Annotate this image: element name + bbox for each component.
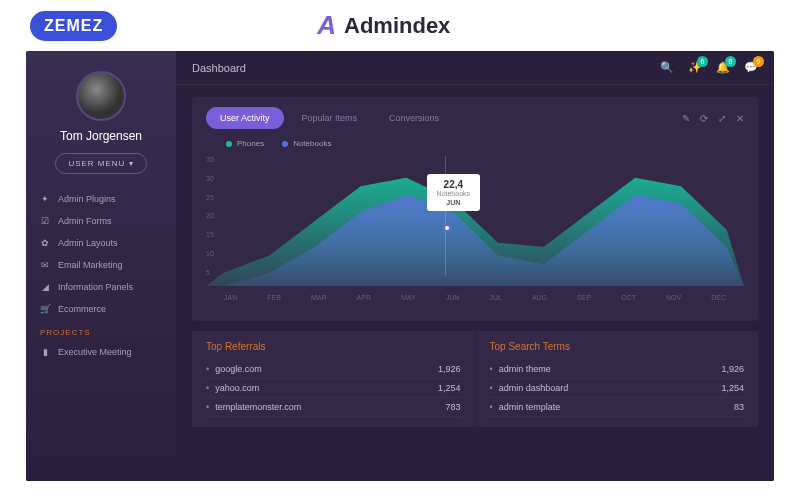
nav-label: Admin Layouts bbox=[58, 238, 118, 248]
y-tick: 20 bbox=[206, 212, 214, 219]
legend-item: Notebooks bbox=[282, 139, 331, 148]
nav-icon: ✦ bbox=[40, 194, 50, 204]
x-tick: JAN bbox=[224, 294, 237, 301]
chat-icon[interactable]: 💬9 bbox=[744, 61, 758, 74]
row-name: •admin dashboard bbox=[490, 383, 569, 393]
avatar[interactable] bbox=[76, 71, 126, 121]
refresh-icon[interactable]: ⟳ bbox=[700, 113, 708, 124]
wand-icon[interactable]: ✨6 bbox=[688, 61, 702, 74]
topbar: Dashboard 🔍 ✨6 🔔8 💬9 bbox=[176, 51, 774, 85]
expand-icon[interactable]: ⤢ bbox=[718, 113, 726, 124]
sidebar-item[interactable]: ✉Email Marketing bbox=[26, 254, 176, 276]
project-label: Executive Meeting bbox=[58, 347, 132, 357]
row-name: •templatemonster.com bbox=[206, 402, 301, 412]
chart-tooltip: 22,4 Notebooks JUN bbox=[427, 174, 480, 211]
row-name: •admin template bbox=[490, 402, 561, 412]
nav-label: Ecommerce bbox=[58, 304, 106, 314]
y-tick: 5 bbox=[206, 269, 214, 276]
row-value: 1,254 bbox=[438, 383, 461, 393]
sidebar-item[interactable]: ☑Admin Forms bbox=[26, 210, 176, 232]
row-value: 1,254 bbox=[721, 383, 744, 393]
table-row[interactable]: •admin dashboard1,254 bbox=[490, 379, 745, 398]
x-tick: APR bbox=[357, 294, 371, 301]
x-tick: MAR bbox=[311, 294, 327, 301]
tooltip-point bbox=[443, 224, 451, 232]
tooltip-value: 22,4 bbox=[437, 179, 470, 190]
nav-icon: ✉ bbox=[40, 260, 50, 270]
top-referrals-card: Top Referrals •google.com1,926•yahoo.com… bbox=[192, 331, 475, 427]
chart-tab[interactable]: User Activity bbox=[206, 107, 284, 129]
y-tick: 30 bbox=[206, 175, 214, 182]
legend-dot bbox=[282, 141, 288, 147]
admindex-logo: A Admindex bbox=[317, 10, 450, 41]
sidebar-item[interactable]: 🛒Ecommerce bbox=[26, 298, 176, 320]
legend-item: Phones bbox=[226, 139, 264, 148]
table-row[interactable]: •admin theme1,926 bbox=[490, 360, 745, 379]
row-name: •admin theme bbox=[490, 364, 551, 374]
row-name: •google.com bbox=[206, 364, 262, 374]
nav-icon: ◢ bbox=[40, 282, 50, 292]
table-row[interactable]: •templatemonster.com783 bbox=[206, 398, 461, 417]
tooltip-month: JUN bbox=[437, 199, 470, 206]
chart-tab[interactable]: Conversions bbox=[375, 107, 453, 129]
nav-icon: ✿ bbox=[40, 238, 50, 248]
x-tick: AUG bbox=[532, 294, 547, 301]
chart-tab[interactable]: Popular Items bbox=[288, 107, 372, 129]
username: Tom Jorgensen bbox=[26, 129, 176, 143]
sidebar-item[interactable]: ✿Admin Layouts bbox=[26, 232, 176, 254]
legend-dot bbox=[226, 141, 232, 147]
admindex-text: Admindex bbox=[344, 13, 450, 39]
sidebar: Tom Jorgensen USER MENU ▾ ✦Admin Plugins… bbox=[26, 51, 176, 481]
table-row[interactable]: •google.com1,926 bbox=[206, 360, 461, 379]
top-search-card: Top Search Terms •admin theme1,926•admin… bbox=[476, 331, 759, 427]
legend-label: Notebooks bbox=[293, 139, 331, 148]
y-tick: 25 bbox=[206, 194, 214, 201]
bell-icon[interactable]: 🔔8 bbox=[716, 61, 730, 74]
nav-label: Email Marketing bbox=[58, 260, 123, 270]
sidebar-item[interactable]: ✦Admin Plugins bbox=[26, 188, 176, 210]
x-tick: JUL bbox=[489, 294, 501, 301]
chart-card: User ActivityPopular ItemsConversions ✎ … bbox=[192, 97, 758, 321]
chart-area: 3530252015105 22,4 Notebooks JUN JANFE bbox=[206, 156, 744, 311]
sidebar-item[interactable]: ◢Information Panels bbox=[26, 276, 176, 298]
referrals-title: Top Referrals bbox=[206, 341, 461, 352]
wand-badge: 6 bbox=[697, 56, 708, 67]
close-icon[interactable]: ✕ bbox=[736, 113, 744, 124]
chat-badge: 9 bbox=[753, 56, 764, 67]
row-value: 1,926 bbox=[438, 364, 461, 374]
row-value: 83 bbox=[734, 402, 744, 412]
user-menu-button[interactable]: USER MENU ▾ bbox=[55, 153, 146, 174]
projects-section-label: PROJECTS bbox=[26, 320, 176, 341]
admindex-icon: A bbox=[317, 10, 336, 41]
legend-label: Phones bbox=[237, 139, 264, 148]
x-tick: SEP bbox=[577, 294, 591, 301]
nav-label: Admin Forms bbox=[58, 216, 112, 226]
x-tick: FEB bbox=[267, 294, 281, 301]
bookmark-icon: ▮ bbox=[40, 347, 50, 357]
nav-label: Admin Plugins bbox=[58, 194, 116, 204]
row-value: 783 bbox=[445, 402, 460, 412]
main-content: Dashboard 🔍 ✨6 🔔8 💬9 User ActivityPopula… bbox=[176, 51, 774, 481]
row-value: 1,926 bbox=[721, 364, 744, 374]
nav-icon: 🛒 bbox=[40, 304, 50, 314]
y-tick: 35 bbox=[206, 156, 214, 163]
x-tick: OCT bbox=[621, 294, 636, 301]
nav-label: Information Panels bbox=[58, 282, 133, 292]
table-row[interactable]: •admin template83 bbox=[490, 398, 745, 417]
nav-icon: ☑ bbox=[40, 216, 50, 226]
y-tick: 10 bbox=[206, 250, 214, 257]
page-title: Dashboard bbox=[192, 62, 246, 74]
project-item[interactable]: ▮Executive Meeting bbox=[26, 341, 176, 363]
search-icon[interactable]: 🔍 bbox=[660, 61, 674, 74]
x-tick: JUN bbox=[446, 294, 460, 301]
tooltip-series: Notebooks bbox=[437, 190, 470, 197]
x-tick: MAY bbox=[401, 294, 416, 301]
y-tick: 15 bbox=[206, 231, 214, 238]
search-title: Top Search Terms bbox=[490, 341, 745, 352]
x-tick: NOV bbox=[666, 294, 681, 301]
row-name: •yahoo.com bbox=[206, 383, 259, 393]
zemez-logo: ZEMEZ bbox=[30, 11, 117, 41]
dashboard-container: Tom Jorgensen USER MENU ▾ ✦Admin Plugins… bbox=[26, 51, 774, 481]
table-row[interactable]: •yahoo.com1,254 bbox=[206, 379, 461, 398]
edit-icon[interactable]: ✎ bbox=[682, 113, 690, 124]
